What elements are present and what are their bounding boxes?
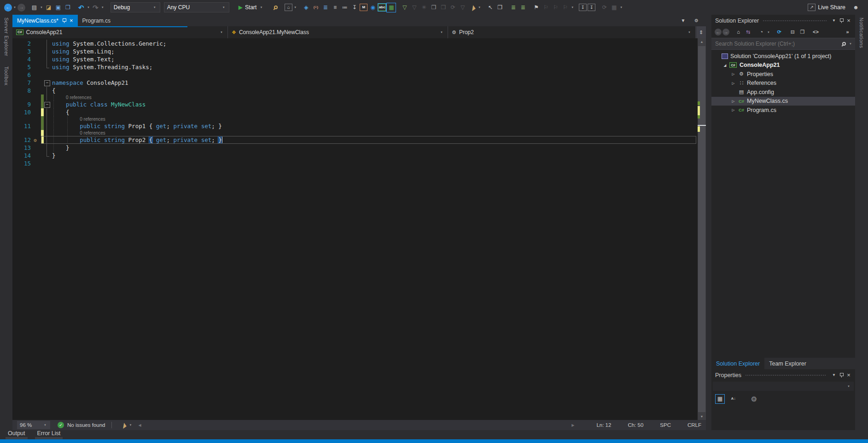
dropdown-caret-icon[interactable]: ▼ bbox=[620, 6, 623, 9]
window-menu-icon[interactable]: ▼ bbox=[830, 18, 838, 23]
line-number[interactable]: 2 bbox=[12, 40, 33, 47]
search-input[interactable] bbox=[711, 41, 842, 47]
code-line[interactable]: 15 bbox=[12, 159, 698, 167]
search-icon[interactable] bbox=[842, 42, 846, 46]
line-number[interactable]: 7 bbox=[12, 79, 33, 87]
object-selector-combo[interactable]: ▼ bbox=[713, 382, 854, 391]
code-line[interactable]: 8{ bbox=[12, 87, 698, 95]
collapse-all-icon[interactable]: ⊟ bbox=[788, 28, 797, 36]
code-line[interactable]: 3using System.Linq; bbox=[12, 47, 698, 55]
chevron-down-icon[interactable]: ▼ bbox=[849, 42, 852, 45]
tree-item[interactable]: ▷∷References bbox=[711, 79, 855, 88]
line-number[interactable]: 13 bbox=[12, 144, 33, 152]
repeat-run-icon[interactable]: ⟳ bbox=[449, 3, 457, 12]
dropdown-caret-icon[interactable]: ▼ bbox=[478, 6, 481, 9]
scroll-up-icon[interactable]: ▲ bbox=[698, 38, 706, 45]
code-line[interactable]: 6 bbox=[12, 71, 698, 79]
dropdown-caret-icon[interactable]: ▼ bbox=[40, 6, 43, 9]
dropdown-caret-icon[interactable]: ▼ bbox=[571, 6, 574, 9]
next-issue-icon[interactable]: ▶ bbox=[571, 423, 574, 427]
clean-icon[interactable]: ◢ bbox=[466, 1, 478, 13]
document-tab[interactable]: MyNewClass.cs*× bbox=[12, 15, 78, 26]
line-number[interactable]: 6 bbox=[12, 71, 33, 79]
debug-tests-icon[interactable]: ▽ bbox=[410, 3, 419, 12]
select-tool-icon[interactable]: ↖ bbox=[486, 3, 495, 12]
issues-label[interactable]: No issues found bbox=[67, 422, 105, 428]
pin-icon[interactable] bbox=[839, 18, 843, 23]
live-share-label[interactable]: Live Share bbox=[818, 4, 845, 11]
run-tests-icon[interactable]: ▽ bbox=[400, 3, 409, 12]
editor-options-icon[interactable]: ⚙ bbox=[692, 16, 701, 25]
sync-with-active-document-icon[interactable]: ⇆ bbox=[744, 28, 752, 36]
find-in-files-icon[interactable] bbox=[271, 3, 280, 12]
footer-tab[interactable]: Team Explorer bbox=[764, 358, 811, 369]
next-bookmark-icon[interactable]: ⚐ bbox=[551, 3, 560, 12]
type-dropdown[interactable]: ❖ ConsoleApp21.MyNewClass ▼ bbox=[228, 26, 448, 38]
close-icon[interactable]: × bbox=[845, 17, 852, 24]
live-share-icon[interactable]: ↗ bbox=[808, 4, 816, 11]
location-pin-icon[interactable]: ◉ bbox=[368, 3, 377, 12]
notifications-tab[interactable]: Notifications bbox=[859, 18, 864, 48]
server-explorer-tab[interactable]: Server Explorer bbox=[4, 18, 9, 56]
overflow-icon[interactable]: » bbox=[843, 28, 852, 36]
window-menu-icon[interactable]: ▼ bbox=[830, 373, 838, 377]
code-line[interactable]: 5using System.Threading.Tasks; bbox=[12, 63, 698, 71]
quick-actions-screwdriver-icon[interactable]: ⚙ bbox=[34, 136, 37, 144]
project-dropdown[interactable]: C# ConsoleApp21 ▼ bbox=[12, 26, 228, 38]
outline-icon[interactable]: ≡ bbox=[331, 3, 339, 12]
code-area[interactable]: 2using System.Collections.Generic;3using… bbox=[12, 38, 698, 420]
extensions-icon[interactable]: ▦ bbox=[610, 3, 618, 12]
codelens-references[interactable]: 0 references bbox=[80, 116, 105, 122]
chevron-down-icon[interactable]: ▼ bbox=[129, 424, 132, 426]
document-outline-icon[interactable]: ❐ bbox=[495, 3, 504, 12]
tree-item[interactable]: ◢C#ConsoleApp21 bbox=[711, 61, 855, 70]
line-number[interactable]: 14 bbox=[12, 152, 33, 159]
task-list-icon[interactable]: ≔ bbox=[340, 3, 349, 12]
fold-collapse-icon[interactable] bbox=[44, 100, 50, 108]
uncomment-lines-icon[interactable]: ≣ bbox=[518, 3, 527, 12]
export-results-icon[interactable]: ❐ bbox=[429, 3, 438, 12]
code-line[interactable]: 14} bbox=[12, 152, 698, 159]
build-project-icon[interactable]: ↧ bbox=[579, 4, 587, 11]
save-all-icon[interactable]: ❐ bbox=[64, 3, 72, 12]
save-icon[interactable]: ▣ bbox=[54, 3, 63, 12]
member-dropdown[interactable]: ⚙ Prop2 ▼ bbox=[448, 26, 696, 38]
line-number[interactable]: 8 bbox=[12, 87, 33, 95]
line-number[interactable]: 4 bbox=[12, 55, 33, 63]
expand-arrow-icon[interactable]: ▷ bbox=[730, 108, 737, 112]
expand-arrow-icon[interactable]: ▷ bbox=[730, 99, 737, 103]
dropdown-caret-icon[interactable]: ▼ bbox=[13, 6, 16, 9]
back-icon[interactable]: ← bbox=[4, 4, 12, 12]
fold-collapse-icon[interactable] bbox=[44, 79, 50, 87]
debug-configuration-combo[interactable]: Debug▼ bbox=[111, 2, 160, 12]
open-file-icon[interactable]: ◪ bbox=[44, 3, 53, 12]
expand-arrow-icon[interactable]: ▷ bbox=[730, 81, 737, 85]
codelens-references[interactable]: 0 references bbox=[80, 130, 105, 136]
image-preview-icon[interactable]: ▦ bbox=[387, 3, 396, 12]
property-pages-icon[interactable]: ⚙ bbox=[750, 395, 758, 403]
categorized-icon[interactable]: ▦ bbox=[716, 395, 724, 403]
close-icon[interactable]: × bbox=[70, 18, 73, 24]
deploy-icon[interactable]: ⟳ bbox=[600, 3, 609, 12]
dropdown-caret-icon[interactable]: ▼ bbox=[294, 6, 297, 9]
code-line[interactable]: 11 public string Prop1 { get; private se… bbox=[12, 122, 698, 130]
edit-run-icon[interactable]: ▽ bbox=[458, 3, 467, 12]
document-tab[interactable]: Program.cs bbox=[78, 15, 115, 26]
code-line[interactable]: 13 } bbox=[12, 144, 698, 152]
code-line[interactable]: 12⚙ public string Prop2 { get; private s… bbox=[12, 136, 698, 144]
eol-indicator[interactable]: CRLF bbox=[687, 422, 701, 428]
line-number[interactable]: 3 bbox=[12, 47, 33, 55]
dropdown-caret-icon[interactable]: ▼ bbox=[101, 6, 104, 9]
abc-highlight-icon[interactable]: abc bbox=[378, 4, 386, 11]
panel-tab[interactable]: Error List bbox=[35, 430, 63, 439]
copy-results-icon[interactable]: ❐ bbox=[439, 3, 448, 12]
panel-tab[interactable]: Output bbox=[6, 430, 28, 439]
collapse-arrow-icon[interactable]: ◢ bbox=[722, 63, 728, 67]
clear-bookmarks-icon[interactable]: ⚐ bbox=[561, 3, 570, 12]
line-number[interactable]: 15 bbox=[12, 159, 33, 167]
scroll-down-icon[interactable]: ▼ bbox=[698, 413, 706, 420]
close-icon[interactable]: × bbox=[845, 372, 852, 378]
code-line[interactable]: 4using System.Text; bbox=[12, 55, 698, 63]
split-editor-handle[interactable]: ⇕ bbox=[696, 26, 706, 38]
analyze-icon[interactable]: ✳ bbox=[419, 3, 428, 12]
